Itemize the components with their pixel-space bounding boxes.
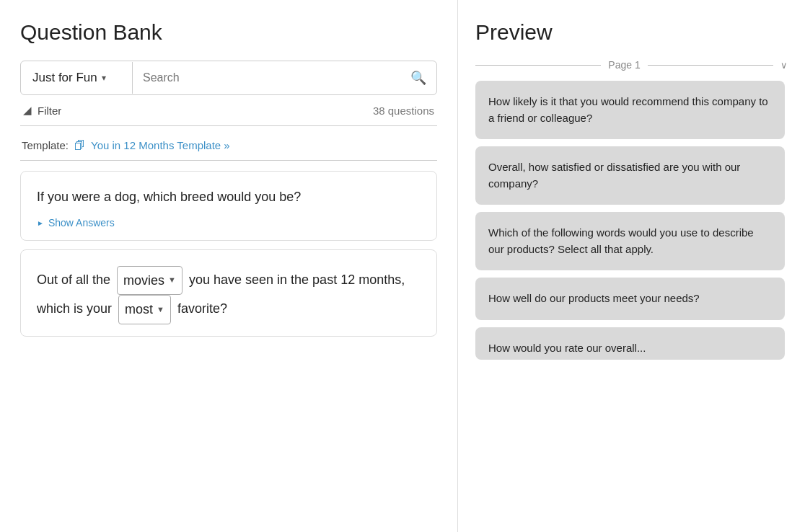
q2-after: favorite? (177, 301, 227, 316)
preview-card-text-2: Overall, how satisfied or dissatisfied a… (488, 159, 772, 192)
category-label: Just for Fun (32, 71, 97, 85)
q2-select1[interactable]: movies ▼ (117, 266, 182, 295)
page-line-right (648, 65, 773, 66)
show-answers-button[interactable]: ► Show Answers (37, 217, 115, 229)
q2-before: Out of all the (37, 272, 114, 287)
preview-card-text-3: Which of the following words would you u… (488, 225, 772, 257)
preview-card-text-5: How would you rate our overall... (488, 340, 772, 357)
question-text: If you were a dog, which breed would you… (37, 187, 421, 207)
filter-count: 38 questions (373, 105, 434, 117)
left-panel: Question Bank Just for Fun ▾ 🔍 ◢ Filter … (0, 0, 458, 532)
q2-select2-value: most (125, 298, 153, 321)
question-text-inline: Out of all the movies ▼ you have seen in… (37, 266, 421, 324)
template-label: Template: (22, 139, 69, 151)
preview-card-text-4: How well do our products meet your needs… (488, 291, 772, 307)
preview-card-text-1: How likely is it that you would recommen… (488, 94, 772, 126)
right-panel: Preview Page 1 ∨ How likely is it that y… (458, 0, 805, 532)
preview-title: Preview (475, 20, 788, 45)
template-link[interactable]: You in 12 Months Template » (91, 139, 230, 151)
questions-list: If you were a dog, which breed would you… (20, 171, 437, 532)
page-title: Question Bank (20, 20, 437, 45)
template-icon: 🗍 (74, 139, 85, 151)
show-answers-label: Show Answers (48, 217, 115, 229)
search-wrapper: 🔍 (133, 61, 436, 94)
preview-card-3: Which of the following words would you u… (475, 212, 785, 270)
filter-label[interactable]: Filter (38, 105, 61, 117)
category-arrow-icon: ▾ (102, 73, 106, 83)
filter-bar: ◢ Filter 38 questions (20, 95, 437, 126)
page-line-left (475, 65, 601, 66)
show-answers-arrow-icon: ► (37, 219, 44, 227)
filter-left: ◢ Filter (23, 104, 61, 117)
q2-select1-arrow-icon: ▼ (168, 273, 176, 288)
page-label: Page 1 (608, 59, 640, 71)
question-card: If you were a dog, which breed would you… (20, 171, 437, 241)
page-header: Page 1 ∨ (475, 59, 788, 71)
preview-questions: How likely is it that you would recommen… (475, 81, 788, 532)
q2-select2[interactable]: most ▼ (118, 295, 171, 324)
filter-icon: ◢ (23, 104, 32, 117)
preview-card-2: Overall, how satisfied or dissatisfied a… (475, 146, 785, 205)
preview-card-5: How would you rate our overall... (475, 327, 785, 360)
q2-select1-value: movies (123, 269, 164, 292)
q2-select2-arrow-icon: ▼ (157, 303, 164, 317)
question-card-inline: Out of all the movies ▼ you have seen in… (20, 249, 437, 337)
preview-card-1: How likely is it that you would recommen… (475, 81, 785, 139)
page-chevron-icon[interactable]: ∨ (780, 60, 788, 71)
preview-card-4: How well do our products meet your needs… (475, 278, 785, 320)
category-dropdown[interactable]: Just for Fun ▾ (21, 62, 133, 94)
search-input[interactable] (143, 71, 403, 84)
search-icon: 🔍 (410, 70, 426, 86)
template-row: Template: 🗍 You in 12 Months Template » (20, 133, 437, 161)
filter-row: Just for Fun ▾ 🔍 (20, 61, 437, 95)
